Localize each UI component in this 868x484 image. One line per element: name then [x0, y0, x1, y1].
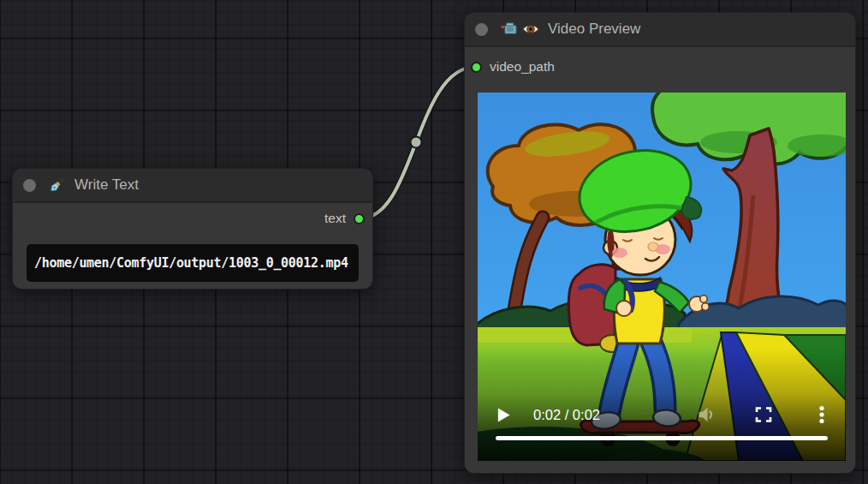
- progress-bar[interactable]: [496, 436, 828, 441]
- link-wire[interactable]: [360, 67, 476, 218]
- node-write-text[interactable]: Write Text text /home/umen/ComfyUI/outpu…: [12, 168, 373, 290]
- fullscreen-icon[interactable]: [753, 404, 774, 425]
- play-button[interactable]: [496, 407, 511, 423]
- text-widget[interactable]: /home/umen/ComfyUI/output/1003_0_00012.m…: [27, 244, 359, 282]
- input-slot-label: video_path: [490, 59, 555, 75]
- link-midpoint-dot[interactable]: [411, 137, 422, 148]
- video-controls-bar: 0:02 / 0:02: [496, 403, 832, 427]
- output-slot-text[interactable]: [354, 213, 365, 224]
- node-video-preview[interactable]: Video Preview video_path: [464, 12, 856, 474]
- video-camera-icon: [500, 20, 519, 39]
- text-widget-value: /home/umen/ComfyUI/output/1003_0_00012.m…: [34, 255, 348, 271]
- input-slot-video-path[interactable]: [471, 62, 482, 73]
- node-title: Write Text: [74, 176, 139, 194]
- link-wire-outline: [360, 67, 476, 218]
- node-title: Video Preview: [548, 21, 640, 38]
- volume-icon[interactable]: [695, 403, 717, 426]
- eye-icon: [521, 20, 540, 39]
- time-display: 0:02 / 0:02: [533, 407, 600, 423]
- collapse-dot[interactable]: [23, 179, 36, 192]
- more-options-icon[interactable]: [812, 404, 832, 425]
- output-slot-label: text: [324, 211, 346, 226]
- node-canvas[interactable]: Write Text text /home/umen/ComfyUI/outpu…: [0, 0, 868, 484]
- write-text-header[interactable]: Write Text: [13, 169, 372, 203]
- video-preview-header[interactable]: Video Preview: [465, 13, 855, 47]
- collapse-dot[interactable]: [475, 23, 488, 36]
- pen-nib-icon: [48, 176, 67, 194]
- video-preview-player[interactable]: 0:02 / 0:02: [478, 93, 846, 461]
